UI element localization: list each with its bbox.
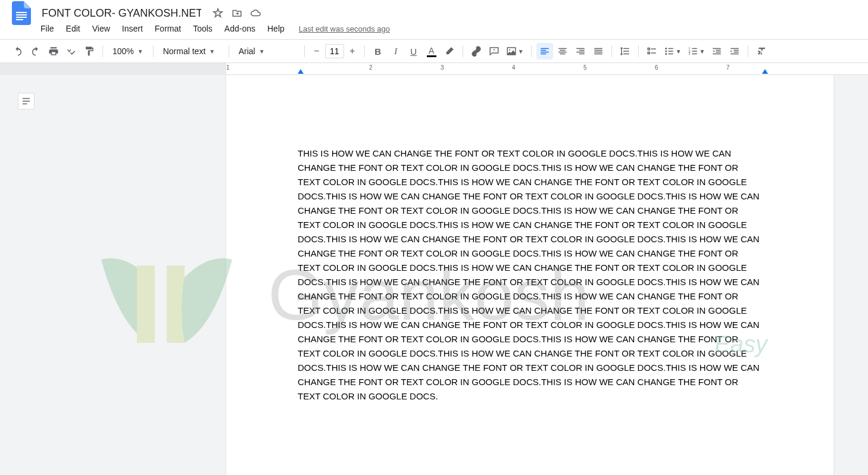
separator bbox=[304, 45, 305, 57]
italic-button[interactable]: I bbox=[388, 43, 404, 60]
underline-button[interactable]: U bbox=[405, 43, 422, 60]
separator bbox=[102, 45, 103, 57]
redo-button[interactable] bbox=[27, 43, 44, 60]
svg-point-5 bbox=[509, 49, 510, 51]
font-size-input[interactable] bbox=[325, 44, 344, 58]
separator bbox=[748, 45, 748, 57]
ruler-tick: 5 bbox=[583, 64, 587, 71]
svg-rect-0 bbox=[16, 12, 27, 13]
text-color-button[interactable]: A bbox=[423, 43, 440, 60]
menu-insert[interactable]: Insert bbox=[117, 21, 148, 36]
menu-help[interactable]: Help bbox=[263, 21, 289, 36]
ruler-right-indent-marker[interactable] bbox=[762, 69, 768, 74]
star-icon[interactable] bbox=[212, 7, 224, 19]
document-canvas[interactable]: Gyankosh Easy THIS IS HOW WE CAN CHANGE … bbox=[0, 75, 868, 475]
document-body-text[interactable]: THIS IS HOW WE CAN CHANGE THE FONT OR TE… bbox=[298, 146, 762, 404]
spellcheck-button[interactable] bbox=[63, 43, 80, 60]
document-title-input[interactable] bbox=[38, 6, 205, 21]
link-button[interactable] bbox=[468, 43, 485, 60]
menu-addons[interactable]: Add-ons bbox=[220, 21, 260, 36]
svg-point-7 bbox=[665, 51, 667, 52]
watermark-logo bbox=[89, 236, 244, 367]
separator bbox=[364, 45, 365, 57]
ruler-scale[interactable]: 1 2 3 4 5 6 7 bbox=[226, 63, 868, 75]
cloud-icon[interactable] bbox=[250, 7, 262, 19]
document-page[interactable]: THIS IS HOW WE CAN CHANGE THE FONT OR TE… bbox=[226, 75, 833, 475]
font-size-control: − + bbox=[310, 44, 360, 58]
increase-indent-button[interactable] bbox=[726, 43, 743, 60]
svg-point-6 bbox=[665, 48, 667, 49]
ruler-tick: 3 bbox=[441, 64, 444, 71]
separator bbox=[463, 45, 463, 57]
align-left-button[interactable] bbox=[536, 43, 553, 60]
image-button[interactable]: ▼ bbox=[504, 43, 526, 60]
titlebar bbox=[0, 0, 868, 21]
svg-rect-1 bbox=[16, 14, 27, 15]
separator bbox=[531, 45, 532, 57]
font-size-increase[interactable]: + bbox=[345, 44, 360, 58]
ruler-tick: 2 bbox=[369, 64, 373, 71]
align-justify-button[interactable] bbox=[590, 43, 607, 60]
font-select[interactable]: Arial▼ bbox=[234, 43, 299, 60]
menu-tools[interactable]: Tools bbox=[188, 21, 217, 36]
svg-text:3: 3 bbox=[688, 52, 690, 55]
clear-formatting-button[interactable] bbox=[753, 43, 770, 60]
menu-view[interactable]: View bbox=[88, 21, 115, 36]
zoom-select[interactable]: 100%▼ bbox=[108, 43, 148, 60]
ruler-margin-left bbox=[0, 63, 226, 75]
menubar: File Edit View Insert Format Tools Add-o… bbox=[0, 21, 868, 39]
separator bbox=[153, 45, 154, 57]
ruler[interactable]: 1 2 3 4 5 6 7 bbox=[0, 63, 868, 75]
align-center-button[interactable] bbox=[554, 43, 571, 60]
ruler-tick: 1 bbox=[226, 64, 230, 71]
svg-rect-3 bbox=[16, 19, 23, 20]
svg-point-8 bbox=[665, 53, 667, 55]
last-edit-link[interactable]: Last edit was seconds ago bbox=[299, 24, 390, 33]
menu-edit[interactable]: Edit bbox=[61, 21, 85, 36]
menu-format[interactable]: Format bbox=[150, 21, 186, 36]
style-select[interactable]: Normal text▼ bbox=[158, 43, 224, 60]
comment-button[interactable] bbox=[486, 43, 502, 60]
separator bbox=[611, 45, 612, 57]
bold-button[interactable]: B bbox=[370, 43, 386, 60]
font-size-decrease[interactable]: − bbox=[310, 44, 324, 58]
menu-file[interactable]: File bbox=[36, 21, 59, 36]
move-icon[interactable] bbox=[231, 7, 243, 19]
checklist-button[interactable] bbox=[644, 43, 660, 60]
toolbar: 100%▼ Normal text▼ Arial▼ − + B I U A ▼ … bbox=[0, 39, 868, 63]
svg-rect-2 bbox=[16, 17, 27, 18]
numbered-list-button[interactable]: 123▼ bbox=[685, 43, 708, 60]
separator bbox=[638, 45, 639, 57]
highlight-button[interactable] bbox=[441, 43, 458, 60]
undo-button[interactable] bbox=[10, 43, 26, 60]
docs-logo-icon[interactable] bbox=[10, 1, 33, 25]
bulleted-list-button[interactable]: ▼ bbox=[661, 43, 684, 60]
print-button[interactable] bbox=[45, 43, 62, 60]
line-spacing-button[interactable] bbox=[617, 43, 633, 60]
align-right-button[interactable] bbox=[572, 43, 589, 60]
ruler-indent-marker[interactable] bbox=[298, 69, 304, 74]
outline-toggle-button[interactable] bbox=[18, 93, 35, 110]
ruler-tick: 4 bbox=[512, 64, 516, 71]
decrease-indent-button[interactable] bbox=[708, 43, 725, 60]
separator bbox=[229, 45, 229, 57]
paint-format-button[interactable] bbox=[81, 43, 98, 60]
ruler-tick: 6 bbox=[655, 64, 658, 71]
ruler-tick: 7 bbox=[726, 64, 730, 71]
